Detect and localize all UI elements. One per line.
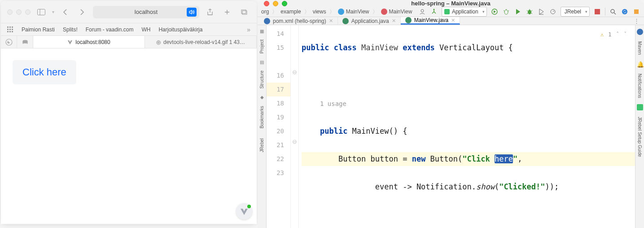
left-tool-rail: ▦ Project ▤ Structure ◆ Bookmarks JRebel	[258, 25, 267, 228]
run-icon[interactable]	[514, 8, 522, 16]
next-highlight-icon[interactable]: ˇ	[624, 28, 627, 42]
safari-toolbar: ▾ localhost	[1, 1, 257, 23]
title-text: hello-spring – MainView.java	[411, 0, 490, 7]
right-tool-rail: Maven 🔔 Notifications JRebel Setup Guide	[635, 25, 644, 228]
debug-icon[interactable]	[526, 8, 534, 16]
sync-icon[interactable]	[621, 8, 629, 16]
close-icon[interactable]: ✕	[329, 18, 333, 24]
audio-icon[interactable]	[187, 8, 197, 17]
profile-icon[interactable]	[549, 8, 557, 16]
search-icon[interactable]	[609, 8, 617, 16]
svg-point-21	[611, 9, 614, 13]
url-field[interactable]: localhost	[93, 6, 199, 18]
vaadin-icon	[67, 39, 73, 45]
browser-tab[interactable]: ◎ devtools-live-reload-v14.gif 1 43…	[145, 36, 257, 48]
rail-project[interactable]: Project	[259, 35, 264, 58]
svg-rect-6	[12, 26, 13, 28]
gutter[interactable]: 14 15 16 17 18 19 20 21 22 23	[267, 25, 291, 228]
tabs-overview-icon[interactable]	[238, 7, 250, 18]
bookmark-overflow-icon[interactable]: »	[247, 26, 250, 33]
stop-icon[interactable]	[593, 8, 601, 16]
gutter-marks: ⊖ ⊖	[291, 25, 299, 228]
file-tab[interactable]: Application.java✕	[338, 17, 401, 25]
main-toolbar: org〉 example〉 views〉 MainView〉 MainView …	[258, 7, 644, 17]
share-icon[interactable]	[204, 7, 216, 18]
browser-tab[interactable]: localhost:8080	[33, 36, 145, 48]
inspection-badges[interactable]: ⚠1 ˆ ˇ	[600, 28, 627, 42]
file-tab[interactable]: MainView.java✕	[401, 17, 460, 25]
ide-window: hello-spring – MainView.java org〉 exampl…	[258, 0, 644, 228]
tab-label: localhost:8080	[75, 39, 110, 45]
jrebel-select[interactable]: JRebel	[561, 7, 590, 17]
svg-point-18	[528, 10, 531, 14]
tab-row: localhost:8080 ◎ devtools-live-reload-v1…	[1, 36, 257, 48]
bookmark-item[interactable]: WH	[141, 26, 150, 33]
rail-structure[interactable]: Structure	[259, 66, 264, 93]
file-tab[interactable]: pom.xml (hello-spring)✕	[259, 17, 338, 25]
ide-titlebar: hello-spring – MainView.java	[258, 0, 644, 7]
url-text: localhost	[135, 9, 158, 15]
coverage-icon[interactable]	[537, 8, 545, 16]
svg-point-14	[421, 9, 424, 12]
structure-icon[interactable]: ▤	[259, 59, 265, 65]
apps-icon[interactable]	[7, 26, 13, 33]
vaadin-devtools-icon[interactable]	[236, 203, 252, 219]
svg-rect-11	[9, 31, 11, 32]
jrebel-icon[interactable]	[637, 104, 643, 110]
maven-icon[interactable]	[637, 29, 643, 35]
tab-label: devtools-live-reload-v14.gif 1 43…	[163, 39, 245, 45]
project-icon[interactable]: ▦	[259, 28, 265, 34]
jrebel-debug-icon[interactable]	[502, 8, 510, 16]
svg-rect-10	[7, 31, 9, 32]
ide-settings-icon[interactable]	[632, 8, 640, 16]
class-icon	[405, 17, 412, 23]
bookmark-item[interactable]: Splits!	[63, 26, 78, 33]
warning-icon[interactable]: ⚠	[600, 28, 604, 42]
close-icon[interactable]: ✕	[451, 18, 455, 23]
bookmark-bar: Paimion Rasti Splits! Forum - vaadin.com…	[1, 23, 257, 36]
bookmark-item[interactable]: Forum - vaadin.com	[86, 26, 134, 33]
svg-rect-8	[9, 29, 11, 30]
bookmark-item[interactable]: Paimion Rasti	[22, 26, 55, 33]
rail-bookmarks[interactable]: Bookmarks	[259, 101, 264, 133]
svg-rect-4	[7, 26, 9, 28]
page-content: Click here	[1, 48, 257, 224]
sidebar-toggle-icon[interactable]	[35, 7, 48, 18]
fold-icon[interactable]: ⊖	[291, 138, 298, 152]
rail-jrebel-guide[interactable]: JRebel Setup Guide	[637, 112, 642, 162]
click-here-button[interactable]: Click here	[13, 60, 76, 84]
svg-point-17	[504, 10, 508, 14]
pinned-tab-whatsapp[interactable]	[1, 36, 17, 48]
usage-hint[interactable]: 1 usage	[320, 100, 346, 107]
editor-file-tabs: pom.xml (hello-spring)✕ Application.java…	[258, 17, 644, 25]
user-icon[interactable]	[418, 8, 426, 16]
svg-rect-5	[9, 26, 11, 28]
bookmark-icon[interactable]: ◆	[259, 94, 265, 101]
new-tab-icon[interactable]	[221, 7, 233, 18]
notification-icon[interactable]: 🔔	[637, 61, 643, 67]
bookmark-item[interactable]: Harjoituspäiväkirja	[158, 26, 202, 33]
jrebel-run-icon[interactable]	[491, 8, 499, 16]
run-config-select[interactable]: Application	[442, 7, 487, 17]
method-icon	[381, 9, 387, 15]
maven-icon	[264, 18, 270, 24]
forward-icon[interactable]	[76, 7, 88, 18]
svg-rect-20	[595, 9, 600, 14]
branch-icon[interactable]	[430, 8, 438, 16]
window-traffic-lights[interactable]	[7, 9, 31, 15]
svg-point-15	[433, 9, 434, 10]
breadcrumb[interactable]: org〉 example〉 views〉 MainView〉 MainView	[261, 8, 412, 16]
fold-icon[interactable]: ⊖	[291, 69, 298, 83]
class-icon	[342, 18, 349, 24]
code-area[interactable]: public class MainView extends VerticalLa…	[299, 25, 635, 228]
close-icon[interactable]: ✕	[392, 18, 396, 24]
svg-rect-9	[12, 29, 13, 30]
svg-point-13	[6, 39, 12, 45]
pinned-tab-discord[interactable]	[17, 36, 33, 48]
rail-notifications[interactable]: Notifications	[637, 69, 642, 102]
tab-menu-icon[interactable]: ⋮	[629, 17, 644, 25]
prev-highlight-icon[interactable]: ˆ	[616, 28, 619, 42]
back-icon[interactable]	[59, 7, 71, 18]
rail-maven[interactable]: Maven	[637, 37, 642, 59]
rail-jrebel[interactable]: JRebel	[259, 134, 264, 157]
